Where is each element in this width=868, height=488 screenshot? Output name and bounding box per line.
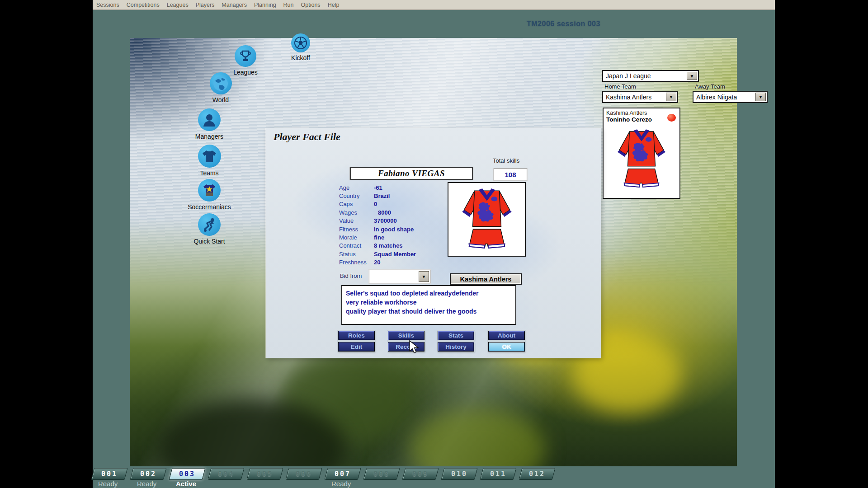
about-button[interactable]: About <box>488 331 525 340</box>
stat-row: Freshness 20 <box>339 258 448 267</box>
stat-row: Contract 8 matches <box>339 242 448 250</box>
icon-teams[interactable]: Teams <box>181 145 237 177</box>
away-team-select[interactable]: Albirex Niigata ▼ <box>693 91 768 103</box>
home-team-select[interactable]: Kashima Antlers ▼ <box>602 91 678 103</box>
menu-item[interactable]: Competitions <box>127 2 160 8</box>
icon-managers[interactable]: Managers <box>182 108 236 140</box>
stat-label: Morale <box>339 234 374 241</box>
chevron-down-icon[interactable]: ▼ <box>419 271 429 282</box>
session-tab-number: 011 <box>490 470 506 478</box>
session-tab-number: 004 <box>218 470 234 478</box>
session-tab-011[interactable]: 011 <box>480 468 517 480</box>
session-tab-010[interactable]: 010 <box>441 468 478 480</box>
session-tab-number: 005 <box>257 470 273 478</box>
session-tab-002[interactable]: 002 <box>130 468 167 480</box>
home-team-label: Home Team <box>604 83 636 90</box>
stat-value: Brazil <box>374 192 390 199</box>
edit-button[interactable]: Edit <box>338 342 375 352</box>
bid-team-button[interactable]: Kashima Antlers <box>450 273 522 285</box>
menu-item[interactable]: Sessions <box>96 2 119 8</box>
skills-button[interactable]: Skills <box>388 331 425 340</box>
screen: SessionsCompetitionsLeaguesPlayersManage… <box>0 0 868 488</box>
chevron-down-icon[interactable]: ▼ <box>755 93 766 101</box>
stats-button[interactable]: Stats <box>438 331 474 340</box>
stat-value: in good shape <box>374 226 414 233</box>
stat-value: 3700000 <box>374 217 397 224</box>
history-button[interactable]: History <box>438 342 474 352</box>
stat-value: 8 matches <box>374 242 403 249</box>
runner-icon <box>198 213 221 236</box>
icon-quick-start[interactable]: Quick Start <box>182 213 236 245</box>
league-select[interactable]: Japan J League ▼ <box>602 70 699 82</box>
stat-label: Status <box>339 251 374 258</box>
away-team-label: Away Team <box>695 83 725 90</box>
player-fact-file-dialog: Player Fact File Fabiano VIEGAS Total sk… <box>266 128 601 358</box>
away-team-select-value: Albirex Niigata <box>696 94 737 101</box>
chevron-down-icon[interactable]: ▼ <box>666 93 676 101</box>
session-tab-number: 001 <box>101 470 118 478</box>
manager-portrait-icon <box>198 108 221 131</box>
session-tab-005[interactable]: 005 <box>247 468 283 480</box>
stat-row: Status Squad Member <box>339 250 448 258</box>
team-card-header: Kashima Antlers Toninho Cerezo <box>604 108 679 124</box>
desktop-background: SessionsCompetitionsLeaguesPlayersManage… <box>93 0 775 488</box>
session-tab-status: Active <box>176 480 196 488</box>
dialog-title: Player Fact File <box>274 131 340 143</box>
shirt-icon <box>198 145 221 168</box>
menu-item[interactable]: Help <box>328 2 340 8</box>
menu-item[interactable]: Run <box>283 2 294 8</box>
menu-bar: SessionsCompetitionsLeaguesPlayersManage… <box>93 0 775 10</box>
trophy-icon <box>235 45 256 67</box>
stat-label: Fitness <box>339 226 374 233</box>
menu-item[interactable]: Planning <box>254 2 276 8</box>
session-tab-003[interactable]: 003 <box>169 468 206 480</box>
session-tab-006[interactable]: 006 <box>286 468 322 480</box>
menu-item[interactable]: Players <box>196 2 215 8</box>
scout-note-line: quality player that should deliver the g… <box>346 307 512 316</box>
session-tab-004[interactable]: 004 <box>208 468 245 480</box>
stat-label: Contract <box>339 242 374 249</box>
session-tab-012[interactable]: 012 <box>519 468 556 480</box>
menu-item[interactable]: Options <box>301 2 321 8</box>
team-kit-graphic <box>615 126 668 193</box>
globe-icon <box>210 72 232 94</box>
icon-label: Teams <box>181 169 237 177</box>
session-tab-number: 007 <box>335 470 351 478</box>
home-team-select-value: Kashima Antlers <box>606 94 651 101</box>
stat-value: -61 <box>374 184 382 191</box>
player-kit-graphic <box>458 185 516 254</box>
chevron-down-icon[interactable]: ▼ <box>687 72 697 80</box>
session-tab-007[interactable]: 007 <box>325 468 361 480</box>
ok-button[interactable]: OK <box>488 342 525 352</box>
stat-label: Value <box>339 217 374 224</box>
red-ball-icon <box>667 114 676 122</box>
menu-item[interactable]: Leagues <box>167 2 189 8</box>
session-tab-008[interactable]: 008 <box>363 468 400 480</box>
stat-row: Country Brazil <box>339 192 448 200</box>
icon-soccermaniacs[interactable]: Soccermaniacs <box>173 179 245 211</box>
team-card-manager-name: Toninho Cerezo <box>606 116 677 123</box>
session-tab-number: 006 <box>296 470 312 478</box>
menu-item[interactable]: Managers <box>222 2 247 8</box>
session-tab-status: Ready <box>137 480 156 488</box>
total-skills-value: 108 <box>494 169 527 180</box>
stat-row: Age -61 <box>339 183 448 192</box>
icon-label: Soccermaniacs <box>173 203 245 211</box>
session-tab-number: 003 <box>179 470 195 478</box>
icon-label: Managers <box>182 133 236 140</box>
session-tab-number: 012 <box>529 470 545 478</box>
stat-value: fine <box>374 234 384 241</box>
home-team-card: Kashima Antlers Toninho Cerezo <box>603 108 680 199</box>
roles-button[interactable]: Roles <box>338 331 375 340</box>
icon-label: Quick Start <box>182 238 236 245</box>
session-tab-number: 010 <box>451 470 467 478</box>
icon-world[interactable]: World <box>193 72 248 103</box>
icon-kickoff[interactable]: Kickoff <box>274 33 328 61</box>
stat-row: Value 3700000 <box>339 217 448 225</box>
stat-row: Wages 8000 <box>339 208 448 216</box>
session-tab-001[interactable]: 001 <box>91 468 128 480</box>
icon-leagues[interactable]: Leagues <box>218 45 273 76</box>
session-tab-number: 008 <box>373 470 390 478</box>
session-tab-009[interactable]: 009 <box>402 468 439 480</box>
bid-from-select[interactable]: ▼ <box>369 270 430 283</box>
